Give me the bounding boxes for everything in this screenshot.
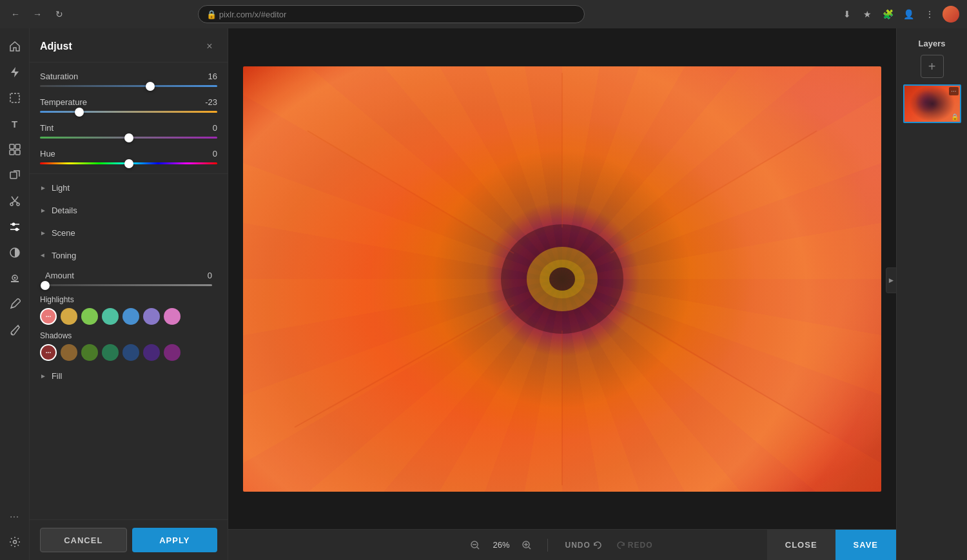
highlights-more-swatch[interactable]: ··· (40, 308, 57, 325)
toolbar-transform-btn[interactable] (3, 164, 26, 187)
shadows-swatch-7[interactable] (164, 344, 181, 361)
toolbar-text-btn[interactable]: T (3, 112, 26, 135)
tint-label: Tint (40, 123, 54, 133)
toolbar-brush-btn[interactable] (3, 318, 26, 342)
save-btn[interactable]: SAVE (835, 530, 896, 561)
highlights-swatch-3[interactable] (81, 308, 98, 325)
amount-group: Amount 0 (35, 267, 222, 293)
amount-slider[interactable] (45, 284, 212, 286)
browser-extension-btn[interactable]: 🧩 (881, 6, 896, 22)
add-layer-btn[interactable]: + (921, 55, 944, 78)
toolbar-divider-1 (547, 539, 548, 552)
svg-point-14 (14, 277, 15, 279)
svg-line-27 (477, 547, 479, 549)
shadows-more-swatch[interactable]: ··· (40, 344, 57, 361)
fill-section-header[interactable]: ► Fill (35, 365, 222, 387)
highlights-swatch-2[interactable] (61, 308, 77, 325)
redo-btn[interactable]: REDO (610, 537, 659, 554)
temperature-group: Temperature -23 (30, 93, 228, 119)
saturation-thumb[interactable] (146, 82, 155, 91)
tint-thumb[interactable] (124, 133, 133, 142)
app-container: T (0, 28, 967, 560)
layer-options-btn[interactable]: ··· (949, 87, 958, 95)
hue-group: Hue 0 (30, 145, 228, 171)
amount-value: 0 (193, 271, 212, 280)
scene-section-header[interactable]: ► Scene (35, 222, 222, 244)
temperature-label: Temperature (40, 97, 87, 107)
zoom-value: 26% (488, 540, 514, 550)
browser-url-bar[interactable]: 🔒 pixlr.com/x/#editor (198, 5, 585, 23)
browser-refresh-btn[interactable]: ↻ (52, 6, 67, 22)
highlights-swatches: ··· (35, 305, 222, 329)
browser-menu-btn[interactable]: ⋮ (922, 6, 937, 22)
highlights-swatch-4[interactable] (102, 308, 119, 325)
saturation-group: Saturation 16 (30, 68, 228, 93)
shadows-swatch-5[interactable] (122, 344, 139, 361)
panel-collapse-btn[interactable]: ► (886, 267, 896, 293)
apply-button[interactable]: APPLY (132, 528, 218, 552)
right-panel: Layers + ··· 🔒 (896, 28, 967, 560)
layer-thumbnail[interactable]: ··· 🔒 (903, 84, 961, 123)
svg-point-15 (13, 541, 16, 544)
highlights-swatch-5[interactable] (122, 308, 139, 325)
light-section-label: Light (52, 183, 70, 193)
toolbar-stamp-btn[interactable] (3, 267, 26, 290)
browser-bookmark-btn[interactable]: ★ (860, 6, 875, 22)
details-chevron-icon: ► (40, 207, 46, 214)
highlights-label: Highlights (35, 293, 222, 305)
temperature-value: -23 (198, 97, 217, 107)
toning-chevron-icon: ▼ (39, 253, 46, 259)
highlights-swatch-7[interactable] (164, 308, 181, 325)
adjust-panel: Adjust × Saturation 16 Temperature -23 (30, 28, 228, 560)
browser-forward-btn[interactable]: → (30, 6, 45, 22)
toning-section: ▼ Toning Amount 0 Highlights ··· (30, 244, 228, 365)
hue-thumb[interactable] (124, 159, 133, 168)
highlights-swatch-6[interactable] (143, 308, 160, 325)
amount-thumb[interactable] (41, 281, 50, 290)
toolbar-circle-btn[interactable] (3, 241, 26, 264)
browser-profile-btn[interactable]: 👤 (901, 6, 917, 22)
temperature-slider[interactable] (40, 111, 217, 113)
shadows-swatch-6[interactable] (143, 344, 160, 361)
tint-slider[interactable] (40, 137, 217, 139)
panel-header: Adjust × (30, 28, 228, 63)
light-section-header[interactable]: ► Light (35, 177, 222, 199)
toolbar-lightning-btn[interactable] (3, 61, 26, 84)
shadows-swatch-2[interactable] (61, 344, 77, 361)
temperature-thumb[interactable] (75, 108, 84, 117)
svg-rect-2 (15, 144, 20, 149)
details-section-header[interactable]: ► Details (35, 199, 222, 222)
undo-label: UNDO (565, 541, 590, 550)
divider-1 (30, 173, 228, 174)
toolbar-settings-btn[interactable] (3, 530, 26, 554)
shadows-swatch-4[interactable] (102, 344, 119, 361)
toolbar-pen-btn[interactable] (3, 293, 26, 316)
toolbar-home-btn[interactable] (3, 35, 26, 58)
toning-section-header[interactable]: ▼ Toning (35, 244, 222, 267)
saturation-slider[interactable] (40, 85, 217, 87)
zoom-out-btn[interactable] (465, 535, 485, 555)
svg-line-22 (308, 131, 514, 253)
amount-label: Amount (45, 271, 74, 280)
toolbar-cut-btn[interactable] (3, 189, 26, 213)
close-btn[interactable]: CLOSE (767, 530, 835, 561)
scene-section: ► Scene (30, 222, 228, 244)
fill-section: ► Fill (30, 365, 228, 387)
toolbar-adjust-btn[interactable] (3, 215, 26, 238)
browser-download-btn[interactable]: ⬇ (839, 6, 855, 22)
panel-scroll: Saturation 16 Temperature -23 (30, 63, 228, 519)
undo-btn[interactable]: UNDO (558, 537, 608, 554)
hue-slider[interactable] (40, 162, 217, 164)
toolbar-selection-btn[interactable] (3, 86, 26, 110)
toolbar-pattern-btn[interactable] (3, 138, 26, 161)
panel-close-btn[interactable]: × (202, 39, 217, 54)
canvas-image[interactable] (243, 66, 881, 492)
shadows-swatch-3[interactable] (81, 344, 98, 361)
layer-lock-icon: 🔒 (951, 113, 959, 121)
scene-chevron-icon: ► (40, 229, 46, 237)
cancel-button[interactable]: CANCEL (40, 528, 127, 552)
toolbar-more-btn[interactable]: ··· (3, 505, 26, 528)
zoom-in-btn[interactable] (516, 535, 537, 555)
browser-back-btn[interactable]: ← (8, 6, 23, 22)
tint-group: Tint 0 (30, 119, 228, 145)
